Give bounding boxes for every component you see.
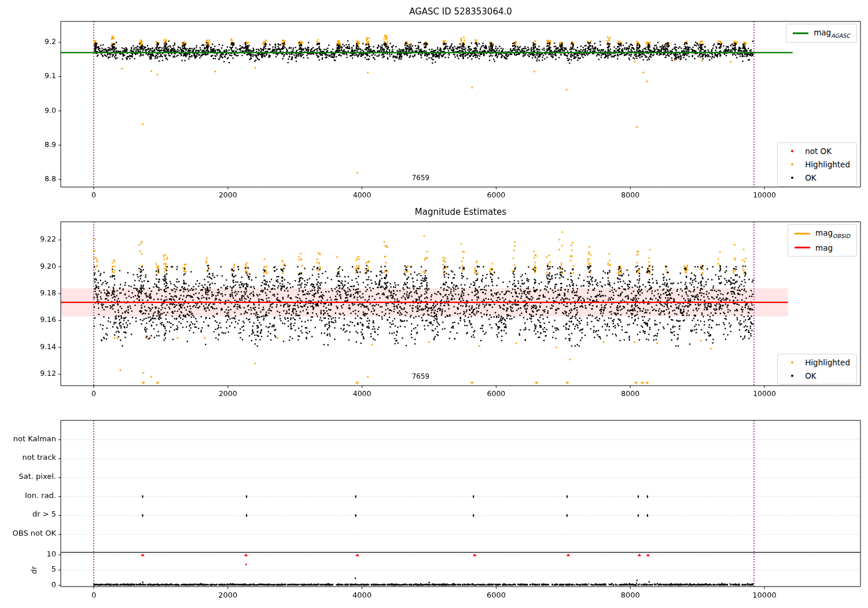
panel2-annotation-obsid: 7659 [386, 372, 455, 380]
y-tick-label: 9.16 [24, 316, 56, 324]
figure: AGASC ID 528353064.0 Magnitude Estimates… [0, 0, 868, 608]
x-tick-label: 0 [73, 591, 114, 599]
category-label: not Kalman [1, 435, 56, 443]
figure-canvas [0, 0, 868, 608]
y-tick-label: 9.2 [24, 38, 56, 46]
legend-label: mag [815, 243, 833, 252]
legend-item: magAGASC [793, 28, 850, 39]
y-tick-label: 9.20 [24, 262, 56, 270]
legend-item: OK [784, 371, 850, 380]
y-tick-label: 9.12 [24, 369, 56, 378]
category-label: not track [1, 453, 56, 462]
x-tick-label: 2000 [208, 390, 248, 398]
dr-tick-label: 10 [24, 550, 56, 558]
y-tick-label: 9.0 [24, 107, 56, 115]
y-tick-label: 9.18 [24, 289, 56, 297]
legend-label: OK [805, 371, 816, 380]
x-tick-label: 8000 [610, 191, 650, 199]
legend-dot-swatch [784, 163, 800, 166]
category-label: Sat. pixel. [1, 473, 56, 481]
y-tick-label: 9.1 [24, 72, 56, 80]
x-tick-label: 10000 [744, 591, 785, 599]
legend-line-swatch [793, 32, 808, 34]
panel2-marker-legend: HighlightedOK [777, 354, 857, 384]
y-tick-label: 9.22 [24, 235, 56, 243]
x-tick-label: 6000 [476, 390, 516, 398]
legend-item: Highlighted [784, 160, 850, 169]
category-label: dr > 5 [1, 510, 56, 518]
category-label: Ion. rad. [1, 492, 56, 500]
legend-dot-swatch [784, 375, 800, 377]
x-tick-label: 2000 [208, 591, 248, 599]
x-tick-label: 8000 [610, 390, 650, 398]
panel1-title: AGASC ID 528353064.0 [61, 6, 860, 17]
x-tick-label: 4000 [342, 591, 382, 599]
panel1-line-legend: magAGASC [786, 24, 857, 43]
dr-tick-label: 5 [24, 565, 56, 573]
legend-dot-swatch [784, 361, 800, 364]
x-tick-label: 2000 [208, 191, 248, 199]
x-tick-label: 8000 [610, 591, 650, 599]
x-tick-label: 6000 [476, 591, 516, 599]
legend-label: Highlighted [805, 160, 850, 169]
panel2-title: Magnitude Estimates [61, 207, 860, 217]
legend-label: magOBSID [815, 228, 850, 239]
y-tick-label: 9.14 [24, 343, 56, 351]
legend-item: mag [795, 243, 850, 252]
x-tick-label: 6000 [476, 191, 516, 199]
legend-dot-swatch [784, 177, 800, 179]
panel1-marker-legend: not OKHighlightedOK [777, 142, 857, 186]
x-tick-label: 10000 [744, 390, 785, 398]
y-tick-label: 8.9 [24, 141, 56, 149]
legend-item: Highlighted [784, 358, 850, 367]
legend-label: not OK [805, 146, 832, 156]
x-tick-label: 4000 [342, 390, 382, 398]
legend-label: OK [805, 173, 816, 182]
y-tick-label: 8.8 [24, 175, 56, 183]
x-tick-label: 0 [73, 191, 114, 199]
dr-tick-label: 0 [24, 581, 56, 589]
legend-dot-swatch [784, 150, 800, 152]
legend-item: OK [784, 173, 850, 182]
legend-item: magOBSID [795, 228, 850, 239]
x-tick-label: 4000 [342, 191, 382, 199]
x-tick-label: 0 [73, 390, 114, 398]
legend-label: magAGASC [814, 28, 850, 39]
panel2-line-legend: magOBSIDmag [788, 224, 857, 257]
legend-line-swatch [795, 247, 810, 248]
panel1-annotation-obsid: 7659 [386, 174, 455, 182]
legend-line-swatch [795, 233, 810, 235]
legend-item: not OK [784, 146, 850, 156]
category-label: OBS not OK [1, 529, 56, 537]
legend-label: Highlighted [805, 358, 850, 367]
x-tick-label: 10000 [744, 191, 785, 199]
